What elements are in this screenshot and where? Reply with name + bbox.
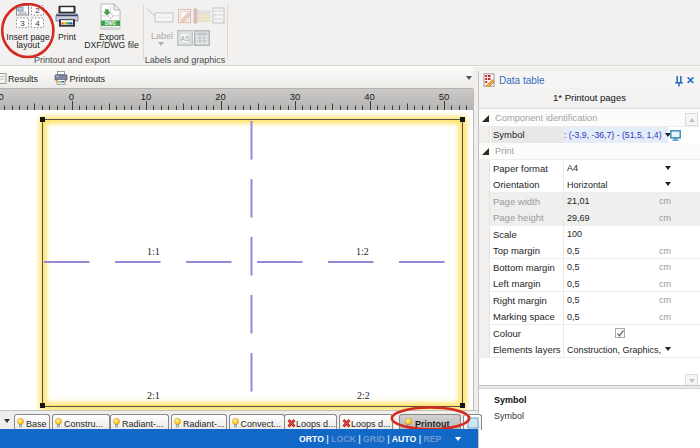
svg-text:50: 50 bbox=[439, 91, 450, 102]
svg-text:30: 30 bbox=[290, 91, 301, 102]
svg-text:10: 10 bbox=[141, 91, 152, 102]
svg-text:0: 0 bbox=[69, 91, 74, 102]
svg-text:-10: -10 bbox=[0, 91, 4, 102]
svg-text:40: 40 bbox=[364, 91, 375, 102]
svg-text:AS: AS bbox=[180, 35, 190, 42]
svg-text:DWG: DWG bbox=[105, 21, 117, 26]
svg-text:20: 20 bbox=[215, 91, 226, 102]
